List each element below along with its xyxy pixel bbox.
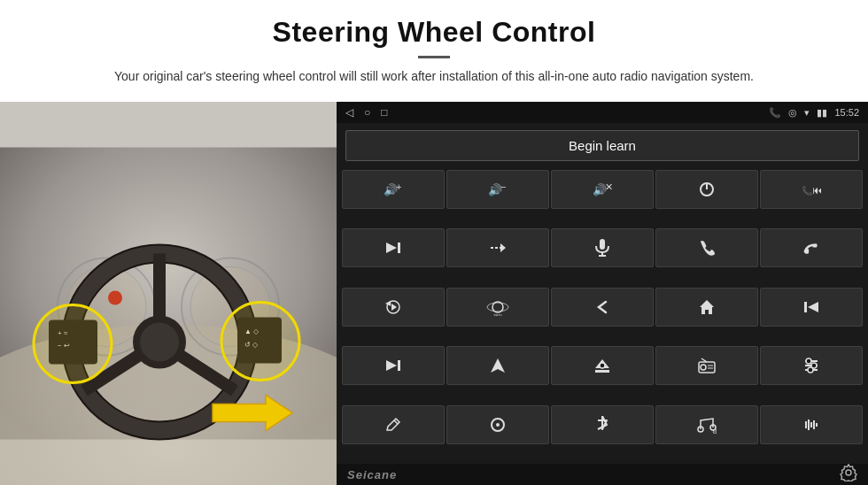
svg-point-21 [221,303,299,381]
content-row: + ≈ − ↩ ▲ ◇ ↺ ◇ ◁ [0,102,868,485]
svg-marker-45 [700,300,714,314]
navigation-button[interactable] [446,346,549,385]
home-nav-icon[interactable]: ○ [364,106,370,119]
bluetooth-button[interactable] [551,405,654,444]
phone-call-button[interactable] [655,228,758,267]
recent-nav-icon[interactable]: □ [381,106,387,119]
edit-button[interactable] [342,405,445,444]
music-button[interactable]: ⚙ [655,405,758,444]
svg-text:−: − [500,181,506,192]
svg-point-52 [600,363,605,368]
svg-rect-36 [600,239,605,250]
battery-icon: ▮▮ [817,107,827,119]
svg-marker-40 [391,304,397,311]
wifi-icon: ▾ [804,107,810,119]
statusbar-left: ◁ ○ □ [345,106,388,119]
page-wrapper: Steering Wheel Control Your original car… [0,0,868,485]
vol-down-button[interactable]: 🔊− [446,170,549,209]
svg-point-60 [806,358,811,364]
svg-point-64 [808,367,813,373]
android-footer: Seicane [337,464,868,485]
svg-point-6 [108,291,122,305]
svg-marker-32 [386,242,397,253]
home-button[interactable] [655,288,758,327]
back-button[interactable] [551,288,654,327]
svg-point-13 [140,323,179,362]
speaker-button[interactable]: ◀ [342,288,445,327]
begin-learn-button[interactable]: Begin learn [345,130,859,161]
svg-rect-33 [398,242,400,253]
svg-line-65 [394,420,398,424]
phone-signal-icon: 📞 [769,107,781,119]
settings-gear-icon[interactable] [840,464,857,486]
next-track-button[interactable] [342,228,445,267]
svg-marker-35 [500,243,506,252]
svg-marker-50 [491,358,505,373]
camera-360-button[interactable]: 360° [446,288,549,327]
android-statusbar: ◁ ○ □ 📞 ◎ ▾ ▮▮ 15:52 [337,102,868,123]
location-icon: ◎ [788,107,797,119]
svg-point-43 [487,303,508,312]
circle-button[interactable] [446,405,549,444]
car-image-area: + ≈ − ↩ ▲ ◇ ↺ ◇ [0,102,337,485]
subtitle: Your original car's steering wheel contr… [97,67,771,86]
svg-text:✕: ✕ [605,181,612,192]
eject-button[interactable] [551,346,654,385]
fast-forward-button[interactable] [446,228,549,267]
page-title: Steering Wheel Control [53,16,815,49]
time-display: 15:52 [834,107,859,118]
waveform-button[interactable] [760,405,863,444]
next-chapter-button[interactable] [342,346,445,385]
equalizer-settings-button[interactable] [760,346,863,385]
svg-text:◀: ◀ [385,299,391,307]
svg-point-67 [496,423,500,427]
svg-marker-49 [386,360,397,371]
mic-button[interactable] [551,228,654,267]
brand-label: Seicane [347,468,397,481]
controls-grid: 🔊+ 🔊− 🔊✕ 📞⏮ [337,168,868,464]
svg-rect-46 [804,302,807,312]
svg-text:⚙: ⚙ [712,428,717,434]
svg-marker-47 [808,302,818,312]
vol-up-button[interactable]: 🔊+ [342,170,445,209]
svg-rect-53 [595,370,609,373]
begin-learn-row: Begin learn [337,123,868,168]
svg-point-20 [34,305,112,383]
android-display: ◁ ○ □ 📞 ◎ ▾ ▮▮ 15:52 Begin learn [337,102,868,485]
prev-chapter-button[interactable] [760,288,863,327]
radio-button[interactable] [655,346,758,385]
svg-text:⏮: ⏮ [812,184,821,196]
header-section: Steering Wheel Control Your original car… [0,0,868,93]
svg-rect-48 [398,360,400,371]
svg-point-56 [701,365,706,370]
back-nav-icon[interactable]: ◁ [345,106,353,119]
svg-text:360°: 360° [493,313,502,316]
svg-text:+: + [396,181,401,192]
svg-point-78 [846,470,851,475]
hang-up-button[interactable] [760,228,863,267]
power-button[interactable] [655,170,758,209]
mute-button[interactable]: 🔊✕ [551,170,654,209]
call-prev-button[interactable]: 📞⏮ [760,170,863,209]
statusbar-right: 📞 ◎ ▾ ▮▮ 15:52 [769,107,859,119]
title-divider [418,56,450,58]
